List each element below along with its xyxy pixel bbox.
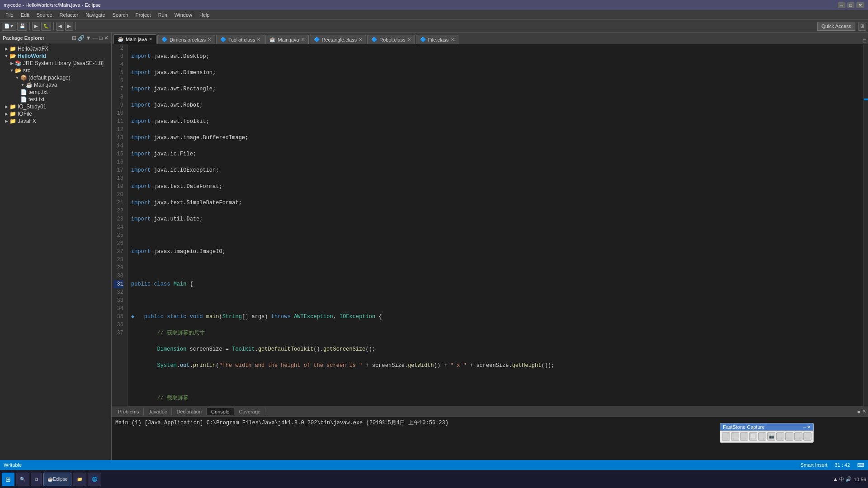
tree-item-javafx[interactable]: ▶ 📁 JavaFX <box>0 117 111 125</box>
tab-close-icon[interactable]: ✕ <box>257 37 260 42</box>
tree-item-default-package[interactable]: ▼ 📦 (default package) <box>0 74 111 81</box>
keyboard-icon: ⌨ <box>857 462 864 468</box>
fs-capture-menu[interactable]: ⊡ <box>758 432 766 441</box>
new-button[interactable]: 📄▼ <box>2 22 16 31</box>
taskbar-search[interactable]: 🔍 <box>16 473 29 486</box>
sidebar-minimize-icon[interactable]: — <box>93 35 98 41</box>
menu-refactor[interactable]: Refactor <box>56 11 82 19</box>
prev-button[interactable]: ◀ <box>56 22 64 31</box>
faststone-window: FastStone Capture ─ ✕ □ ⊞ ↔ ⬜ ⊡ 📷 ⊕ ✏ ≡ … <box>720 423 814 443</box>
next-button[interactable]: ▶ <box>65 22 73 31</box>
tree-item-hellojavafx[interactable]: ▶ 📁 HelloJavaFX <box>0 45 111 52</box>
toolbar: 📄▼ 💾 ▶ 🐛 ◀ ▶ Quick Access ⊞ <box>0 20 868 33</box>
tree-item-jre[interactable]: ▶ 📚 JRE System Library [JavaSE-1.8] <box>0 60 111 67</box>
smart-insert-status: Smart Insert <box>800 462 827 468</box>
tab-file[interactable]: 🔷 File.class ✕ <box>416 35 458 44</box>
tab-declaration[interactable]: Declaration <box>172 408 207 415</box>
tab-close-icon[interactable]: ✕ <box>407 37 411 42</box>
tab-bar: ☕ Main.java ✕ 🔷 Dimension.class ✕ 🔷 Tool… <box>112 33 868 44</box>
minimap-scrollbar[interactable] <box>863 44 868 406</box>
sidebar-menu-icon[interactable]: ▼ <box>86 35 91 41</box>
tab-close-icon[interactable]: ✕ <box>301 37 305 42</box>
fs-capture-scroll[interactable]: ⬜ <box>749 432 757 441</box>
line-numbers: 2 3 4 5 6 7 8 9 10 11 12 13 14 15 16 17 <box>112 44 127 406</box>
close-button[interactable]: ✕ <box>856 2 864 8</box>
menu-search[interactable]: Search <box>109 11 132 19</box>
tab-coverage[interactable]: Coverage <box>234 408 265 415</box>
fs-play[interactable]: ▶ <box>803 432 811 441</box>
quick-access-button[interactable]: Quick Access <box>817 22 855 31</box>
fs-camera[interactable]: 📷 <box>767 432 775 441</box>
system-tray: ▲ 中 🔊 <box>833 476 852 483</box>
fs-capture-full[interactable]: ↔ <box>740 432 748 441</box>
menu-navigate[interactable]: Navigate <box>82 11 108 19</box>
start-button[interactable]: ⊞ <box>2 473 14 486</box>
tree-item-mainjava[interactable]: ▼ ☕ Main.java <box>0 81 111 89</box>
taskbar-explorer[interactable]: 📁 <box>73 473 86 486</box>
code-editor[interactable]: import java.awt.Desktop; import java.awt… <box>127 44 863 406</box>
status-bar: Writable Smart Insert 31 : 42 ⌨ <box>0 460 868 470</box>
faststone-title-bar[interactable]: FastStone Capture ─ ✕ <box>720 423 813 431</box>
tree-item-iostudy[interactable]: ▶ 📁 IO_Study01 <box>0 103 111 110</box>
close-console-icon[interactable]: ✕ <box>862 408 866 414</box>
debug-button[interactable]: 🐛 <box>41 22 51 31</box>
tab-close-icon[interactable]: ✕ <box>359 37 362 42</box>
fs-capture-region[interactable]: ⊞ <box>731 432 739 441</box>
tab-robot[interactable]: 🔷 Robot.class ✕ <box>367 35 415 44</box>
menu-window[interactable]: Window <box>171 11 196 19</box>
tab-close-icon[interactable]: ✕ <box>451 37 454 42</box>
taskbar-eclipse[interactable]: ☕ Eclipse <box>43 473 71 486</box>
tab-toolkit[interactable]: 🔷 Toolkit.class ✕ <box>216 35 264 44</box>
tree-item-temptxt[interactable]: 📄 temp.txt <box>0 89 111 96</box>
tab-mainjava-2[interactable]: ☕ Main.java ✕ <box>265 35 308 44</box>
tab-problems[interactable]: Problems <box>113 408 144 415</box>
maximize-editor-icon[interactable]: □ <box>863 38 866 44</box>
save-button[interactable]: 💾 <box>17 22 27 31</box>
sidebar-maximize-icon[interactable]: □ <box>99 35 103 41</box>
faststone-minimize[interactable]: ─ <box>803 425 806 430</box>
taskbar-task-view[interactable]: ⧉ <box>31 473 42 486</box>
tree-label: HelloJavaFX <box>18 46 48 52</box>
fs-draw[interactable]: ✏ <box>785 432 793 441</box>
menu-bar: File Edit Source Refactor Navigate Searc… <box>0 10 868 20</box>
collapse-arrow: ▶ <box>9 61 14 66</box>
status-writable: Writable <box>4 462 22 468</box>
menu-project[interactable]: Project <box>132 11 154 19</box>
collapse-all-icon[interactable]: ⊟ <box>72 35 76 41</box>
minimize-button[interactable]: ─ <box>838 2 845 8</box>
fs-list[interactable]: ≡ <box>794 432 802 441</box>
link-editor-icon[interactable]: 🔗 <box>78 35 85 41</box>
tab-dimension[interactable]: 🔷 Dimension.class ✕ <box>157 35 215 44</box>
menu-edit[interactable]: Edit <box>17 11 33 19</box>
menu-file[interactable]: File <box>2 11 17 19</box>
maximize-button[interactable]: □ <box>847 2 854 8</box>
tree-item-testtxt[interactable]: 📄 test.txt <box>0 96 111 103</box>
tab-close-icon[interactable]: ✕ <box>208 37 211 42</box>
tab-console[interactable]: Console <box>207 408 234 415</box>
tab-mainjava-1[interactable]: ☕ Main.java ✕ <box>113 34 156 44</box>
tab-close-icon[interactable]: ✕ <box>149 37 152 42</box>
tab-javadoc[interactable]: Javadoc <box>144 408 172 415</box>
package-icon: 📦 <box>20 75 27 81</box>
menu-help[interactable]: Help <box>196 11 213 19</box>
java-icon: ☕ <box>118 36 124 42</box>
menu-run[interactable]: Run <box>155 11 171 19</box>
sidebar-close-icon[interactable]: ✕ <box>104 35 108 41</box>
perspective-button[interactable]: ⊞ <box>858 22 866 31</box>
fs-capture-window[interactable]: □ <box>722 432 730 441</box>
stop-icon[interactable]: ■ <box>857 409 860 414</box>
faststone-close[interactable]: ✕ <box>807 425 811 430</box>
tree-item-src[interactable]: ▼ 📂 src <box>0 67 111 74</box>
taskbar-chrome[interactable]: 🌐 <box>88 473 101 486</box>
tree-item-iofile[interactable]: ▶ 📁 IOFile <box>0 110 111 117</box>
fs-settings[interactable]: ⊕ <box>776 432 784 441</box>
window-controls[interactable]: ─ □ ✕ <box>838 2 864 8</box>
taskbar: ⊞ 🔍 ⧉ ☕ Eclipse 📁 🌐 ▲ 中 🔊 10:56 <box>0 470 868 488</box>
run-button[interactable]: ▶ <box>32 22 40 31</box>
tab-rectangle[interactable]: 🔷 Rectangle.class ✕ <box>310 35 367 44</box>
sidebar-toolbar: ⊟ 🔗 ▼ — □ ✕ <box>72 35 108 41</box>
menu-source[interactable]: Source <box>33 11 56 19</box>
title-bar: mycode - HelloWorld/src/Main.java - Ecli… <box>0 0 868 10</box>
tree-item-helloworld[interactable]: ▼ 📂 HelloWorld <box>0 52 111 60</box>
cursor-position: 31 : 42 <box>835 462 850 468</box>
